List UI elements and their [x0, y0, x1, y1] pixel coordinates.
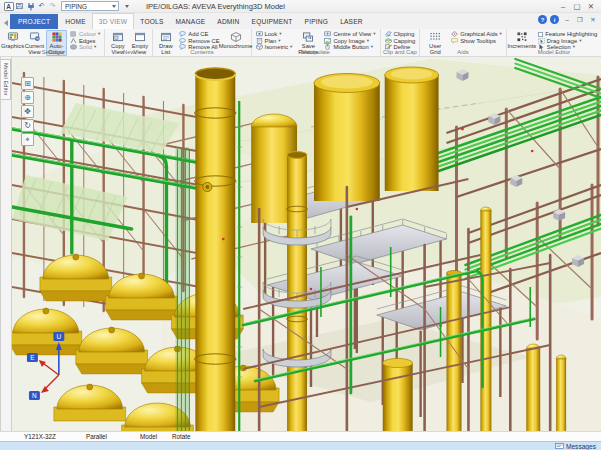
window-minimize-button[interactable]: –	[556, 1, 570, 12]
colour-swatch-icon	[70, 31, 77, 37]
copy-image-button[interactable]: Copy Image▾	[322, 38, 377, 45]
tab-scroll-left-button[interactable]	[2, 17, 10, 29]
edges-icon	[70, 38, 77, 44]
look-icon	[256, 31, 263, 37]
show-tooltips-button[interactable]: Show Tooltips	[449, 38, 504, 45]
tooltip-icon	[451, 38, 458, 44]
3d-viewport[interactable]: Model Editor	[0, 57, 601, 431]
ribbon-group-clip-and-cap: Clipping Capping Define Clip and Cap	[381, 29, 421, 56]
ribbon-group-contents: Draw List Add CE Remove CE Remove All Mo…	[153, 29, 251, 56]
clipping-button[interactable]: Clipping	[383, 31, 418, 38]
window-maximize-button[interactable]: ▢	[570, 1, 584, 12]
discipline-selector-value: PIPING	[65, 3, 87, 10]
plan-icon	[256, 38, 263, 44]
aveva-logo-icon: A	[4, 2, 14, 11]
ribbon-tab-bar: PROJECT HOME 3D VIEW TOOLS MANAGE ADMIN …	[0, 13, 601, 29]
plan-button[interactable]: Plan▾	[254, 38, 295, 45]
monochrome-icon	[230, 32, 242, 42]
ribbon-group-new: Copy View Empty View New	[105, 29, 153, 56]
ribbon-group-settings: Graphics Current View Auto-Colour Colour…	[0, 29, 105, 56]
drag-image-button[interactable]: Drag Image▾	[536, 38, 599, 45]
save-restore-icon	[302, 32, 314, 42]
main-column	[195, 68, 243, 431]
tab-manage[interactable]: MANAGE	[170, 14, 212, 29]
ribbon-group-manipulate: Look▾ Plan▾ Isometric▾ Save Restore Cent…	[252, 29, 381, 56]
empty-view-icon	[134, 32, 146, 42]
undo-button[interactable]: ↶	[36, 1, 47, 12]
plug-icon	[27, 2, 35, 11]
add-ce-button[interactable]: Add CE	[177, 31, 221, 38]
draw-list-icon	[160, 32, 172, 42]
tab-admin[interactable]: ADMIN	[211, 14, 245, 29]
group-label-aids: Aids	[420, 49, 506, 56]
remove-ce-icon	[179, 38, 186, 44]
group-label-settings: Settings	[0, 49, 104, 56]
view-centre-button[interactable]: ⌖	[21, 133, 34, 146]
ribbon-group-model-editor: Increments Feature Highlighting Drag Ima…	[507, 29, 601, 56]
chevron-left-icon	[4, 20, 8, 26]
tab-home[interactable]: HOME	[59, 14, 92, 29]
graphical-aids-icon	[451, 31, 458, 37]
view-projection-mode: Parallel	[86, 433, 107, 440]
redo-button[interactable]: ↷	[47, 1, 58, 12]
plant-model-canvas[interactable]: U E N	[12, 57, 601, 431]
graphics-button[interactable]: Graphics	[2, 30, 23, 50]
view-zoom-area-button[interactable]: ⊞	[21, 77, 34, 90]
tab-piping[interactable]: PIPING	[299, 14, 335, 29]
group-label-clip-and-cap: Clip and Cap	[381, 49, 420, 56]
group-label-contents: Contents	[153, 49, 250, 56]
messages-toggle[interactable]: Messages	[566, 443, 596, 450]
checkbox-icon	[538, 32, 544, 38]
group-label-new: New	[105, 49, 152, 56]
tab-tools[interactable]: TOOLS	[134, 14, 169, 29]
window-close-button[interactable]: ✕	[584, 1, 598, 12]
feature-highlighting-checkbox[interactable]: Feature Highlighting	[536, 31, 599, 38]
ribbon: Graphics Current View Auto-Colour Colour…	[0, 29, 601, 57]
look-button[interactable]: Look▾	[254, 31, 295, 38]
view-zoom-button[interactable]: ⊕	[21, 91, 34, 104]
discipline-selector[interactable]: PIPING	[61, 1, 119, 11]
add-ce-icon	[179, 31, 186, 37]
group-label-manipulate: Manipulate	[252, 49, 380, 56]
qat-customize-button[interactable]	[121, 1, 132, 12]
remove-ce-button[interactable]: Remove CE	[177, 38, 221, 45]
view-rotate-button[interactable]: ↻	[21, 119, 34, 132]
colour-button[interactable]: Colour▾	[68, 31, 102, 38]
drag-image-icon	[538, 38, 545, 44]
edges-button[interactable]: Edges	[68, 38, 102, 45]
capping-button[interactable]: Capping	[383, 38, 418, 45]
tab-project[interactable]: PROJECT	[10, 14, 58, 29]
link-button[interactable]	[25, 1, 36, 12]
axis-up-label: U	[57, 333, 62, 340]
tab-3d-view[interactable]: 3D VIEW	[92, 13, 135, 29]
capping-icon	[385, 38, 392, 44]
graphical-aids-button[interactable]: Graphical Aids▾	[449, 31, 504, 38]
doc-close-button[interactable]: ✕	[588, 16, 598, 24]
save-button[interactable]	[14, 1, 25, 12]
doc-restore-button[interactable]: ❐	[575, 16, 585, 24]
increments-button[interactable]: Increments	[509, 30, 535, 50]
save-icon	[16, 3, 23, 9]
ribbon-group-aids: User Grid Systems Graphical Aids▾ Show T…	[420, 29, 507, 56]
current-view-icon	[29, 32, 41, 42]
collapsed-panel-gutter: Model Editor	[1, 57, 12, 431]
app-menu-button[interactable]: A	[3, 1, 14, 12]
user-grid-icon	[429, 32, 441, 42]
doc-minimize-button[interactable]: –	[562, 16, 572, 23]
view-position-readout: Y121X-32Z	[24, 433, 56, 440]
info-button[interactable]: i	[550, 15, 559, 24]
tab-laser[interactable]: LASER	[334, 14, 369, 29]
view-action-mode: Rotate	[172, 433, 191, 440]
view-tools-toolbar: ⊞ ⊕ ✥ ↻ ⌖	[21, 77, 34, 146]
tab-equipment[interactable]: EQUIPMENT	[246, 14, 299, 29]
view-pan-button[interactable]: ✥	[21, 105, 34, 118]
centre-of-view-button[interactable]: Centre of View▾	[322, 31, 377, 38]
copy-image-icon	[324, 38, 331, 44]
collapsed-panel-tab[interactable]: Model Editor	[1, 59, 11, 100]
graphics-icon	[7, 32, 19, 42]
clipping-icon	[385, 31, 392, 37]
monochrome-button[interactable]: Monochrome	[223, 30, 249, 50]
chevron-down-icon	[125, 5, 129, 8]
help-button[interactable]: ?	[538, 15, 547, 24]
window-title: IPE/OILGAS: AVEVA Everything3D Model	[146, 2, 285, 11]
